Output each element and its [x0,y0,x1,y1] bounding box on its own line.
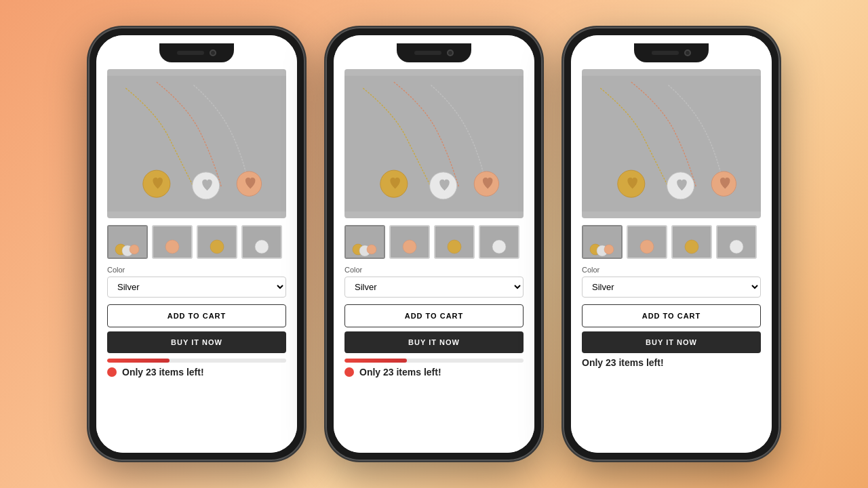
thumbnail-1-1[interactable] [152,225,193,259]
notch-camera-3 [684,49,691,56]
buy-now-button-1[interactable]: BUY IT NOW [107,331,286,353]
phone-notch-3 [634,43,709,62]
stock-text-1: Only 23 items left! [122,367,204,378]
svg-point-7 [130,245,139,254]
thumbnail-row-3 [582,225,761,259]
svg-point-11 [210,240,224,253]
stock-info-2: Only 23 items left! [344,367,524,378]
svg-point-35 [604,245,614,254]
color-section-1: Color Silver Gold Rose Gold [107,266,286,298]
buy-now-button-3[interactable]: BUY IT NOW [582,331,761,353]
thumbnail-3-0[interactable] [582,225,623,259]
screen-content-1: Color Silver Gold Rose Gold ADD TO CART … [96,35,297,453]
color-section-3: Color Silver Gold Rose Gold [582,266,761,298]
product-image-2 [344,69,524,218]
thumbnail-2-0[interactable] [344,225,385,259]
phone-3: Color Silver Gold Rose Gold ADD TO CART … [563,27,780,461]
color-select-1[interactable]: Silver Gold Rose Gold [107,277,286,298]
stock-text-3: Only 23 items left! [582,357,664,368]
color-label-1: Color [107,266,286,274]
phone-2: Color Silver Gold Rose Gold ADD TO CART … [326,27,542,461]
color-label-2: Color [344,266,524,274]
buy-now-button-2[interactable]: BUY IT NOW [344,331,524,353]
svg-point-41 [730,240,743,253]
stock-info-3: Only 23 items left! [582,357,761,368]
notch-speaker-3 [652,51,679,55]
stock-dot-1 [107,367,117,377]
svg-point-39 [685,240,698,253]
add-to-cart-button-2[interactable]: ADD TO CART [344,304,524,327]
stock-info-1: Only 23 items left! [107,367,286,378]
color-select-2[interactable]: Silver Gold Rose Gold [344,277,524,298]
thumbnail-2-3[interactable] [479,225,519,259]
thumbnail-3-1[interactable] [627,225,667,259]
notch-speaker-2 [414,51,441,55]
notch-camera-2 [447,49,454,56]
svg-point-13 [255,240,269,253]
svg-point-37 [640,240,654,253]
product-image-1 [107,69,286,218]
phone-screen-1: Color Silver Gold Rose Gold ADD TO CART … [96,35,297,453]
thumbnail-1-2[interactable] [197,225,237,259]
product-image-3 [582,69,761,218]
color-section-2: Color Silver Gold Rose Gold [344,266,524,298]
svg-point-21 [367,245,376,254]
color-label-3: Color [582,266,761,274]
stock-dot-2 [344,367,354,377]
stock-bar-fill-2 [344,359,407,363]
screen-content-3: Color Silver Gold Rose Gold ADD TO CART … [571,35,772,453]
phone-notch-1 [159,43,234,62]
svg-point-23 [403,240,416,253]
thumbnail-row-1 [107,225,286,259]
stock-bar-2 [344,359,524,363]
add-to-cart-button-1[interactable]: ADD TO CART [107,304,286,327]
thumbnail-row-2 [344,225,524,259]
thumbnail-1-3[interactable] [241,225,282,259]
svg-point-25 [448,240,461,253]
thumbnail-3-3[interactable] [716,225,757,259]
stock-text-2: Only 23 items left! [359,367,441,378]
notch-camera-1 [210,49,216,56]
color-select-3[interactable]: Silver Gold Rose Gold [582,277,761,298]
phone-1: Color Silver Gold Rose Gold ADD TO CART … [88,27,305,461]
notch-speaker-1 [177,51,204,55]
svg-point-9 [165,240,179,253]
phone-screen-2: Color Silver Gold Rose Gold ADD TO CART … [334,35,534,453]
thumbnail-3-2[interactable] [671,225,712,259]
svg-point-27 [492,240,506,253]
thumbnail-2-1[interactable] [389,225,430,259]
thumbnail-1-0[interactable] [107,225,148,259]
screen-content-2: Color Silver Gold Rose Gold ADD TO CART … [334,35,534,453]
stock-bar-1 [107,359,286,363]
phone-screen-3: Color Silver Gold Rose Gold ADD TO CART … [571,35,772,453]
phone-notch-2 [397,43,471,62]
thumbnail-2-2[interactable] [434,225,475,259]
stock-bar-fill-1 [107,359,170,363]
add-to-cart-button-3[interactable]: ADD TO CART [582,304,761,327]
